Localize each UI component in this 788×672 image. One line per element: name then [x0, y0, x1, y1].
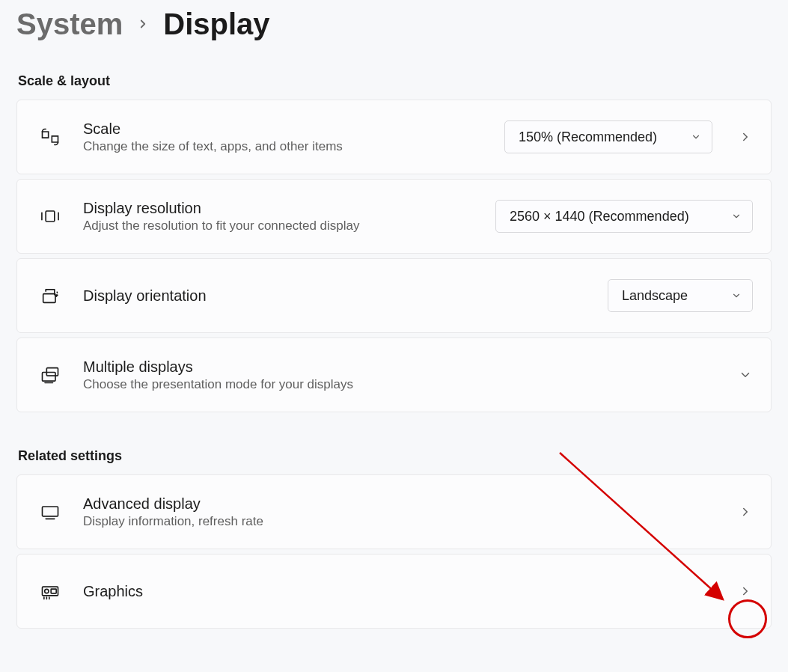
row-graphics-title: Graphics	[83, 583, 717, 600]
scale-select[interactable]: 150% (Recommended)	[504, 120, 712, 153]
scale-expand-button[interactable]	[738, 130, 753, 144]
resolution-select[interactable]: 2560 × 1440 (Recommended)	[495, 200, 753, 233]
svg-rect-4	[43, 507, 58, 516]
graphics-nav-button[interactable]	[738, 584, 753, 598]
row-scale-subtitle: Change the size of text, apps, and other…	[83, 139, 483, 154]
row-advanced-display[interactable]: Advanced display Display information, re…	[16, 474, 772, 549]
monitor-icon	[38, 501, 62, 522]
multiple-displays-expand-button[interactable]	[738, 368, 753, 382]
svg-rect-0	[46, 211, 55, 222]
orientation-icon	[38, 285, 62, 306]
svg-point-6	[45, 589, 49, 593]
scale-select-value: 150% (Recommended)	[519, 129, 657, 145]
row-multiple-title: Multiple displays	[83, 358, 717, 376]
svg-rect-1	[43, 294, 55, 303]
row-orientation-title: Display orientation	[83, 287, 587, 305]
chevron-down-icon	[731, 211, 742, 222]
svg-rect-2	[43, 373, 56, 382]
row-resolution-subtitle: Adjust the resolution to fit your connec…	[83, 219, 474, 233]
chevron-down-icon	[731, 290, 742, 301]
section-scale-layout-heading: Scale & layout	[18, 73, 772, 89]
orientation-select[interactable]: Landscape	[608, 279, 753, 312]
resolution-select-value: 2560 × 1440 (Recommended)	[510, 209, 689, 224]
row-multiple-subtitle: Choose the presentation mode for your di…	[83, 377, 717, 392]
row-graphics[interactable]: Graphics	[16, 554, 772, 629]
breadcrumb: System Display	[16, 6, 772, 42]
row-advanced-subtitle: Display information, refresh rate	[83, 514, 717, 529]
chevron-down-icon	[691, 132, 701, 142]
row-resolution[interactable]: Display resolution Adjust the resolution…	[16, 179, 772, 254]
resolution-icon	[38, 206, 62, 227]
advanced-display-nav-button[interactable]	[738, 505, 753, 519]
row-advanced-title: Advanced display	[83, 495, 717, 513]
scale-icon	[38, 126, 62, 147]
section-related-heading: Related settings	[18, 448, 772, 464]
page-title: Display	[163, 6, 269, 42]
row-resolution-title: Display resolution	[83, 200, 474, 217]
row-multiple-displays[interactable]: Multiple displays Choose the presentatio…	[16, 337, 772, 412]
row-scale[interactable]: Scale Change the size of text, apps, and…	[16, 100, 772, 174]
breadcrumb-parent[interactable]: System	[16, 6, 123, 42]
svg-rect-7	[51, 589, 56, 593]
graphics-card-icon	[38, 581, 62, 602]
chevron-right-icon	[136, 17, 150, 31]
orientation-select-value: Landscape	[622, 288, 688, 304]
row-scale-title: Scale	[83, 120, 483, 138]
row-orientation[interactable]: Display orientation Landscape	[16, 258, 772, 333]
multiple-displays-icon	[38, 364, 62, 385]
